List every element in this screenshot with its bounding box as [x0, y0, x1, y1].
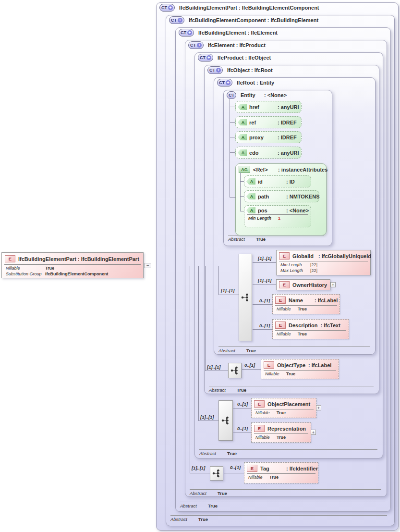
element-type: : IfcLabel — [315, 297, 338, 303]
ct-header-ifcbuildingelement: CT+ IfcBuildingElement : IfcElement — [179, 29, 278, 37]
ct-title: IfcRoot : Entity — [237, 80, 274, 86]
element-name: ObjectType — [277, 362, 305, 368]
expand-button[interactable]: + — [330, 282, 336, 287]
attribute-ref: A ref : IDREF — [235, 116, 302, 128]
attribute-proxy: A proxy : IDREF — [235, 131, 302, 143]
attribute-name: proxy — [249, 135, 275, 140]
element-type: : IfcLabel — [308, 362, 331, 368]
element-representation: E Representation Nillable True — [251, 422, 311, 443]
sequence-indicator-ifcroot — [239, 254, 252, 341]
element-name: E Name : IfcLabel Nillable True — [272, 294, 340, 314]
element-name: OwnerHistory — [292, 282, 327, 288]
attribute-type: : IDREF — [278, 120, 297, 125]
facet-max-length: Max Length [22] — [277, 267, 370, 273]
element-globalid: E GlobalId : IfcGloballyUniqueId Min Len… — [276, 250, 371, 275]
ct-title: IfcBuildingElementComponent : IfcBuildin… — [189, 17, 318, 23]
facet-nillable: Nillable True — [261, 371, 339, 376]
element-type: : IfcIdentifier — [286, 466, 318, 471]
facet-nillable: Nillable True — [273, 331, 349, 336]
attribute-name: ref — [249, 120, 275, 125]
attribute-icon: A — [238, 134, 247, 140]
cardinality-label: [1]..[1] — [221, 288, 235, 293]
cardinality-label: 0..[1] — [230, 465, 241, 470]
derived-plus-icon: + — [216, 68, 221, 73]
complex-type-icon[interactable]: CT+ — [159, 4, 175, 12]
element-ifcbuildingelementpart: E IfcBuildingElementPart : IfcBuildingEl… — [1, 252, 144, 278]
collapse-button[interactable]: − — [145, 263, 151, 268]
sequence-indicator-ifcproduct — [218, 400, 233, 441]
element-description: E Description : IfcText Nillable True — [272, 319, 349, 339]
element-icon: E — [5, 255, 15, 262]
derived-plus-icon: + — [226, 80, 230, 85]
ct-header-ifcbuildingelementcomponent: CT+ IfcBuildingElementComponent : IfcBui… — [169, 16, 318, 24]
sequence-icon — [212, 468, 221, 479]
attribute-path: A path : NMTOKENS — [244, 190, 319, 202]
element-name: Representation — [267, 426, 306, 432]
ct-header-ifcelement: CT+ IfcElement : IfcProduct — [188, 41, 266, 49]
attribute-type: : ID — [286, 179, 295, 185]
complex-type-icon[interactable]: CT+ — [188, 41, 204, 49]
element-icon: E — [264, 361, 274, 369]
property-substitution-group: Substitution Group IfcBuildingElementCom… — [2, 271, 143, 276]
cardinality-label: [1]..[1] — [258, 278, 272, 283]
facet-nillable: Nillable True — [252, 409, 316, 415]
derived-plus-icon: + — [197, 43, 202, 48]
expand-button[interactable]: + — [316, 405, 321, 410]
element-type: : IfcText — [321, 322, 340, 328]
facet-nillable: Nillable True — [244, 474, 318, 480]
attribute-href: A href : anyURI — [235, 101, 302, 113]
ct-title: IfcBuildingElementPart : IfcBuildingElem… — [179, 5, 319, 11]
ct-header-entity: CT Entity : <None> — [227, 91, 287, 99]
element-name: Description — [289, 322, 318, 328]
attribute-icon: A — [246, 193, 255, 199]
expand-button[interactable]: + — [311, 430, 316, 435]
facet-nillable: Nillable True — [273, 306, 339, 311]
element-icon: E — [279, 281, 290, 288]
attribute-name: id — [258, 179, 284, 185]
ct-header-ifcbuildingelementpart: CT+ IfcBuildingElementPart : IfcBuilding… — [159, 4, 319, 12]
cardinality-label: [1]..[1] — [192, 465, 206, 470]
element-icon: E — [254, 400, 265, 408]
sequence-icon — [230, 365, 240, 376]
element-ownerhistory: E OwnerHistory — [276, 279, 330, 290]
sequence-icon — [221, 415, 230, 426]
ct-header-ifcobject: CT+ IfcObject : IfcRoot — [207, 66, 273, 74]
attribute-icon: A — [238, 149, 247, 156]
attribute-icon: A — [238, 104, 247, 110]
attribute-name: path — [258, 194, 284, 199]
element-icon: E — [247, 465, 257, 472]
attribute-type: : IDREF — [278, 135, 297, 140]
ct-header-ifcroot: CT+ IfcRoot : Entity — [217, 79, 274, 87]
abstract-footer-ifcroot: AbstractTrue — [218, 346, 370, 353]
sequence-indicator-ifcobject — [228, 363, 242, 378]
schema-diagram: CT+ IfcBuildingElementPart : IfcBuilding… — [0, 0, 400, 532]
attribute-type: : <None> — [286, 208, 309, 213]
complex-type-icon[interactable]: CT+ — [198, 54, 213, 62]
abstract-footer-ifcbuildingelementcomponent: AbstractTrue — [170, 515, 387, 522]
complex-type-icon: CT — [227, 91, 236, 99]
ct-header-ifcproduct: CT+ IfcProduct : IfcObject — [198, 54, 271, 62]
element-objecttype: E ObjectType : IfcLabel Nillable True — [261, 359, 339, 379]
derived-plus-icon: + — [168, 5, 173, 10]
attribute-group-icon: AG — [239, 166, 250, 173]
abstract-footer-ifcobject: AbstractTrue — [209, 386, 374, 393]
element-tag: E Tag : IfcIdentifier Nillable True — [244, 462, 318, 483]
ct-title: IfcProduct : IfcObject — [218, 55, 271, 61]
abstract-footer-entity: AbstractTrue — [228, 235, 324, 242]
cardinality-label: [1]..[1] — [258, 256, 272, 261]
element-name: GlobalId — [292, 253, 315, 259]
cardinality-label: 0..[1] — [237, 426, 248, 431]
complex-type-icon[interactable]: CT+ — [207, 66, 223, 74]
abstract-footer-ifcproduct: AbstractTrue — [199, 449, 377, 456]
attribute-type: : anyURI — [278, 104, 299, 110]
ct-title-type: : <None> — [264, 92, 287, 98]
complex-type-icon[interactable]: CT+ — [179, 29, 194, 37]
element-title: IfcBuildingElementPart : IfcBuildingElem… — [18, 256, 139, 262]
complex-type-icon[interactable]: CT+ — [169, 16, 184, 24]
derived-plus-icon: + — [187, 30, 192, 35]
complex-type-icon[interactable]: CT+ — [217, 79, 232, 87]
abstract-footer-ifcbuildingelement: AbstractTrue — [180, 502, 385, 508]
sequence-indicator-ifcelement — [210, 466, 223, 481]
cardinality-label: 0..[1] — [259, 298, 270, 303]
cardinality-label: 0..[1] — [259, 323, 270, 328]
